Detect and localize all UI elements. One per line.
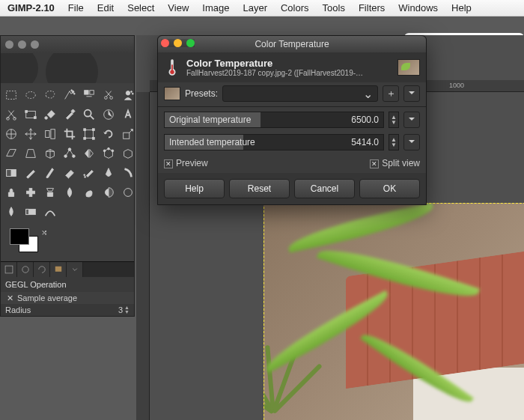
menu-filters[interactable]: Filters bbox=[359, 2, 385, 13]
menu-help[interactable]: Help bbox=[451, 2, 472, 13]
dialog-zoom-icon[interactable] bbox=[186, 39, 195, 47]
tool-flip[interactable] bbox=[80, 144, 98, 162]
zoom-icon[interactable] bbox=[31, 40, 39, 49]
intended-temp-value[interactable]: 5414.0 bbox=[351, 137, 379, 147]
cancel-button[interactable]: Cancel bbox=[294, 179, 355, 198]
tool-extra[interactable] bbox=[119, 183, 137, 201]
original-temp-value[interactable]: 6500.0 bbox=[351, 115, 379, 125]
tool-heal[interactable] bbox=[22, 183, 40, 201]
tool-3d-transform[interactable] bbox=[41, 144, 59, 162]
tool-fuzzy-select[interactable] bbox=[61, 86, 79, 104]
tool-color-picker[interactable] bbox=[61, 106, 79, 124]
original-temp-slider[interactable]: Original temperature 6500.0 bbox=[164, 112, 384, 128]
radius-row[interactable]: Radius 3 ▲▼ bbox=[1, 304, 134, 316]
intended-temp-slider[interactable]: Intended temperature 5414.0 bbox=[164, 134, 384, 150]
tool-smudge[interactable] bbox=[80, 183, 98, 201]
dialog-close-icon[interactable] bbox=[161, 39, 169, 47]
splitview-label: Split view bbox=[382, 158, 420, 168]
tool-crop[interactable] bbox=[2, 106, 20, 124]
menu-file[interactable]: File bbox=[68, 2, 84, 13]
tool-zoom[interactable] bbox=[80, 106, 98, 124]
menu-windows[interactable]: Windows bbox=[398, 2, 438, 13]
fg-color-swatch[interactable] bbox=[10, 228, 29, 245]
tool-curves[interactable] bbox=[41, 203, 59, 221]
menu-select[interactable]: Select bbox=[127, 2, 154, 13]
dialog-titlebar[interactable]: Color Temperature bbox=[158, 36, 426, 52]
menu-image[interactable]: Image bbox=[202, 2, 229, 13]
tool-move-compass[interactable] bbox=[2, 125, 20, 143]
intended-temp-reset-button[interactable] bbox=[403, 134, 420, 150]
radius-value[interactable]: 3 bbox=[118, 305, 123, 314]
tool-eraser[interactable] bbox=[61, 164, 79, 182]
tool-gradmap[interactable] bbox=[22, 203, 40, 221]
preset-menu-button[interactable] bbox=[403, 85, 420, 102]
original-temp-reset-button[interactable] bbox=[403, 112, 420, 128]
close-icon[interactable] bbox=[5, 40, 13, 49]
tool-warp[interactable] bbox=[119, 144, 137, 162]
svg-rect-6 bbox=[90, 91, 94, 94]
tool-text[interactable] bbox=[119, 106, 137, 124]
svg-point-1 bbox=[26, 92, 36, 99]
tool-rotate[interactable] bbox=[100, 125, 118, 143]
intended-temp-spinner[interactable]: ▲▼ bbox=[389, 134, 399, 150]
preset-thumb bbox=[164, 87, 180, 100]
tab-menu-icon[interactable] bbox=[67, 262, 83, 277]
menu-tools[interactable]: Tools bbox=[323, 2, 345, 13]
tool-crop2[interactable] bbox=[61, 125, 79, 143]
tool-perspective[interactable] bbox=[22, 144, 40, 162]
tool-by-color-select[interactable] bbox=[80, 86, 98, 104]
tool-perspective-clone[interactable] bbox=[41, 183, 59, 201]
dock-tabs bbox=[1, 261, 134, 277]
menu-layer[interactable]: Layer bbox=[243, 2, 267, 13]
tool-paths[interactable] bbox=[22, 106, 40, 124]
tool-ink[interactable] bbox=[100, 164, 118, 182]
close-x-icon[interactable]: ✕ bbox=[5, 293, 14, 302]
tool-shear[interactable] bbox=[2, 144, 20, 162]
minimize-icon[interactable] bbox=[18, 40, 26, 49]
ruler-vertical bbox=[136, 92, 150, 420]
menu-view[interactable]: View bbox=[168, 2, 189, 13]
tab-device-status[interactable] bbox=[17, 262, 34, 277]
tool-drop[interactable] bbox=[2, 203, 20, 221]
splitview-checkbox[interactable]: ✕Split view bbox=[370, 158, 420, 168]
reset-button[interactable]: Reset bbox=[229, 179, 290, 198]
tool-free-select[interactable] bbox=[41, 86, 59, 104]
tool-cage[interactable] bbox=[100, 144, 118, 162]
preset-add-button[interactable]: ＋ bbox=[383, 85, 399, 102]
radius-spinner[interactable]: ▲▼ bbox=[124, 305, 130, 314]
tool-ellipse-select[interactable] bbox=[22, 86, 40, 104]
tool-foreground-select[interactable] bbox=[119, 86, 137, 104]
fg-bg-colors[interactable]: ⤭ bbox=[5, 227, 130, 258]
tool-pencil[interactable] bbox=[22, 164, 40, 182]
tool-measure[interactable] bbox=[100, 106, 118, 124]
tab-tool-options[interactable] bbox=[1, 262, 17, 277]
tool-scissors-select[interactable] bbox=[100, 86, 118, 104]
ok-button[interactable]: OK bbox=[359, 179, 420, 198]
help-button[interactable]: Help bbox=[164, 179, 225, 198]
menu-edit[interactable]: Edit bbox=[97, 2, 114, 13]
tool-unified-transform[interactable] bbox=[80, 125, 98, 143]
tool-rect-select[interactable] bbox=[2, 86, 20, 104]
original-temp-spinner[interactable]: ▲▼ bbox=[389, 112, 399, 128]
dialog-minimize-icon[interactable] bbox=[174, 39, 182, 47]
tool-blur-sharpen[interactable] bbox=[61, 183, 79, 201]
preview-checkbox[interactable]: ✕Preview bbox=[164, 158, 208, 168]
tool-gradient[interactable] bbox=[2, 164, 20, 182]
tool-move[interactable] bbox=[22, 125, 40, 143]
tool-paintbrush[interactable] bbox=[41, 164, 59, 182]
sample-average-row[interactable]: ✕ Sample average bbox=[1, 292, 134, 304]
tool-mypaint-brush[interactable] bbox=[119, 164, 137, 182]
tool-align[interactable] bbox=[41, 125, 59, 143]
tool-clone[interactable] bbox=[2, 183, 20, 201]
canvas-image[interactable] bbox=[263, 203, 524, 420]
tab-undo-history[interactable] bbox=[34, 262, 50, 277]
tool-dodge-burn[interactable] bbox=[100, 183, 118, 201]
tab-images[interactable] bbox=[50, 262, 67, 277]
tool-handle-transform[interactable] bbox=[61, 144, 79, 162]
menu-colors[interactable]: Colors bbox=[281, 2, 309, 13]
tool-scale[interactable] bbox=[119, 125, 137, 143]
swap-colors-icon[interactable]: ⤭ bbox=[41, 228, 47, 237]
tool-airbrush[interactable] bbox=[80, 164, 98, 182]
presets-dropdown[interactable]: ⌄ bbox=[222, 85, 378, 102]
tool-bucket-fill[interactable] bbox=[41, 106, 59, 124]
